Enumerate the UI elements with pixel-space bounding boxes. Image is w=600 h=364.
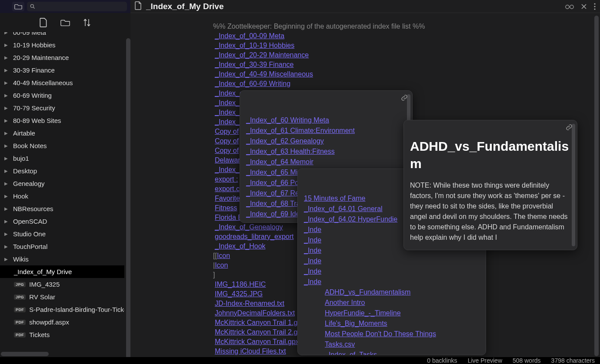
reading-mode-icon[interactable] [565,3,574,10]
chevron-right-icon[interactable]: ▶ [4,169,10,173]
internal-link[interactable]: Delawar [213,156,240,164]
internal-link[interactable]: _Index_of_40-49 Miscellaneous [213,70,313,78]
chevron-right-icon[interactable]: ▶ [4,68,10,73]
internal-link[interactable]: _Inde [304,266,480,277]
sidebar-folder[interactable]: ▶00-09 Meta [0,32,124,39]
internal-link[interactable]: Most People Don't Do These Things [304,329,480,339]
sidebar-folder[interactable]: ▶80-89 Web Sites [0,114,124,127]
internal-link[interactable]: _Index_of_00-09 Meta [213,32,284,40]
internal-link[interactable]: _Index_of_Hook [213,242,266,250]
editor-scrollbar[interactable] [594,16,599,356]
internal-link[interactable]: JohnnyDecimalFolders.txt [213,309,295,317]
internal-link[interactable]: _Index_of_10-19 Hobbies [213,42,294,49]
internal-link[interactable]: _Index_of_60 Writing Meta [246,115,406,126]
new-folder-icon[interactable] [60,19,70,26]
internal-link[interactable]: Fitness [213,204,237,212]
status-backlinks[interactable]: 0 backlinks [427,357,457,364]
new-note-icon[interactable] [40,18,47,27]
internal-link[interactable]: HyperFundie_-_Timeline [304,308,480,318]
internal-link[interactable]: McKittrick Canyon Trail 2.gpx [213,328,305,336]
chevron-right-icon[interactable]: ▶ [4,232,10,236]
sidebar-folder[interactable]: ▶Book Notes [0,139,124,152]
sidebar-folder[interactable]: ▶Genealogy [0,177,124,190]
internal-link[interactable]: JD-Index-Renamed.txt [213,300,284,307]
internal-link[interactable]: _Index_of_60-69 Writing [213,80,290,87]
internal-link[interactable]: _Index_c [213,89,243,97]
status-char-count[interactable]: 3798 characters [551,357,595,364]
chevron-right-icon[interactable]: ▶ [4,80,10,85]
sort-icon[interactable] [83,18,91,27]
chevron-right-icon[interactable]: ▶ [4,93,10,98]
internal-link[interactable]: Another Intro [304,298,480,308]
chevron-right-icon[interactable]: ▶ [4,118,10,123]
chevron-right-icon[interactable]: ▶ [4,194,10,199]
internal-link[interactable]: Tasks.csv [304,339,480,350]
internal-link[interactable]: _Index_ [213,166,240,173]
internal-link[interactable]: _Index_of_63 Health:Fitness [246,146,406,157]
internal-link[interactable]: _Index_of_Tasks [304,350,480,355]
sidebar-file[interactable]: PDFTickets [0,328,124,341]
sidebar-folder[interactable]: ▶TouchPortal [0,240,124,253]
internal-link[interactable]: IMG_4325.JPG [213,290,263,298]
chevron-right-icon[interactable]: ▶ [4,143,10,148]
internal-link[interactable]: McKittrick Canyon Trail.gpx [213,338,299,345]
sidebar-file-selected[interactable]: _Index_of_My Drive [0,265,124,278]
chevron-right-icon[interactable]: ▶ [4,106,10,110]
internal-link[interactable]: _Index_of_Genealogy [213,223,283,231]
internal-link[interactable]: Copy of [213,128,239,135]
chevron-right-icon[interactable]: ▶ [4,156,10,161]
internal-link[interactable]: goodreads_library_export [213,233,293,240]
internal-link[interactable]: Life's_Big_Moments [304,318,480,329]
sidebar-scrollbar-horizontal[interactable] [1,352,49,356]
chevron-right-icon[interactable]: ▶ [4,257,10,261]
internal-link[interactable]: export : [213,175,238,183]
chevron-right-icon[interactable]: ▶ [4,32,10,35]
sidebar-folder[interactable]: ▶Wikis [0,253,124,265]
close-icon[interactable] [581,3,587,10]
chevron-right-icon[interactable]: ▶ [4,131,10,136]
sidebar-folder[interactable]: ▶20-29 Maintenance [0,51,124,64]
internal-link[interactable]: _Inde [304,256,480,266]
sidebar-folder[interactable]: ▶Desktop [0,165,124,177]
sidebar-folder[interactable]: ▶Studio One [0,228,124,240]
sidebar-folder[interactable]: ▶Airtable [0,127,124,139]
sidebar-folder[interactable]: ▶70-79 Security [0,102,124,114]
sidebar-folder[interactable]: ▶bujo1 [0,152,124,165]
chevron-right-icon[interactable]: ▶ [4,55,10,60]
sidebar-folder[interactable]: ▶60-69 Writing [0,89,124,102]
file-explorer-tab[interactable] [12,2,24,11]
internal-link[interactable]: McKittrick Canyon Trail 1.gpx [213,319,305,326]
chevron-right-icon[interactable]: ▶ [4,181,10,186]
sidebar-folder[interactable]: ▶30-39 Finance [0,64,124,76]
internal-link[interactable]: _Index_c [213,99,243,106]
internal-link[interactable]: _Index_of_20-29 Maintenance [213,51,309,59]
sidebar-folder[interactable]: ▶Hook [0,190,124,202]
popover3-scrollbar[interactable] [572,124,575,246]
internal-link[interactable]: _Index_of_30-39 Finance [213,61,293,68]
status-preview-mode[interactable]: Live Preview [468,357,502,364]
sidebar-scrollbar-vertical[interactable] [126,38,130,357]
internal-link[interactable]: Copy of [213,137,239,145]
chevron-right-icon[interactable]: ▶ [4,206,10,211]
sidebar-folder[interactable]: ▶OpenSCAD [0,215,124,228]
more-icon[interactable] [594,3,596,10]
internal-link[interactable]: _Index_of_62 Genealogy [246,136,406,146]
internal-link[interactable]: Missing iCloud Files.txt [213,347,286,355]
internal-link[interactable]: Icon [217,252,230,259]
sidebar-file[interactable]: PDFS-Padre-Island-Birding-Tour-Ticke [0,303,124,316]
internal-link[interactable]: Icon [215,261,228,269]
internal-link[interactable]: _Index_c [213,118,243,126]
sidebar-folder[interactable]: ▶40-49 Miscellaneous [0,76,124,89]
sidebar-folder[interactable]: ▶NBResources [0,202,124,215]
chevron-right-icon[interactable]: ▶ [4,244,10,249]
sidebar-file[interactable]: JPGRV Solar [0,291,124,303]
internal-link[interactable]: _Index_c [213,109,243,116]
chevron-right-icon[interactable]: ▶ [4,219,10,224]
chevron-right-icon[interactable]: ▶ [4,43,10,47]
internal-link[interactable]: Favorite [213,195,240,202]
internal-link[interactable]: _Index_of_64 Memoir [246,157,406,167]
search-input[interactable] [27,2,127,11]
internal-link[interactable]: IMG_1186.HEIC [213,281,266,288]
status-word-count[interactable]: 508 words [513,357,541,364]
sidebar-file[interactable]: JPGIMG_4325 [0,278,124,291]
